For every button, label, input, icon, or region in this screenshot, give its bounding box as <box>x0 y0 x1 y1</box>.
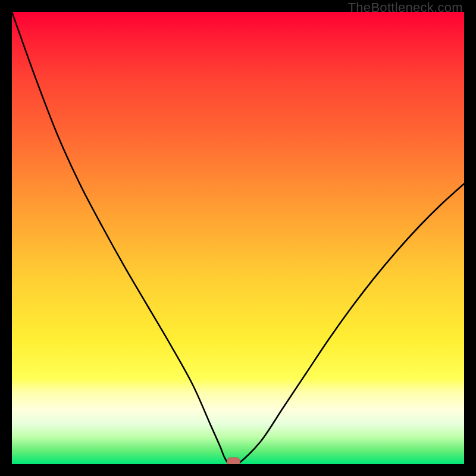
optimal-marker-icon <box>227 458 240 464</box>
chart-svg <box>12 12 464 464</box>
chart-frame: TheBottleneck.com <box>0 0 476 476</box>
plot-area <box>12 12 464 464</box>
bottleneck-curve-line <box>12 12 464 464</box>
